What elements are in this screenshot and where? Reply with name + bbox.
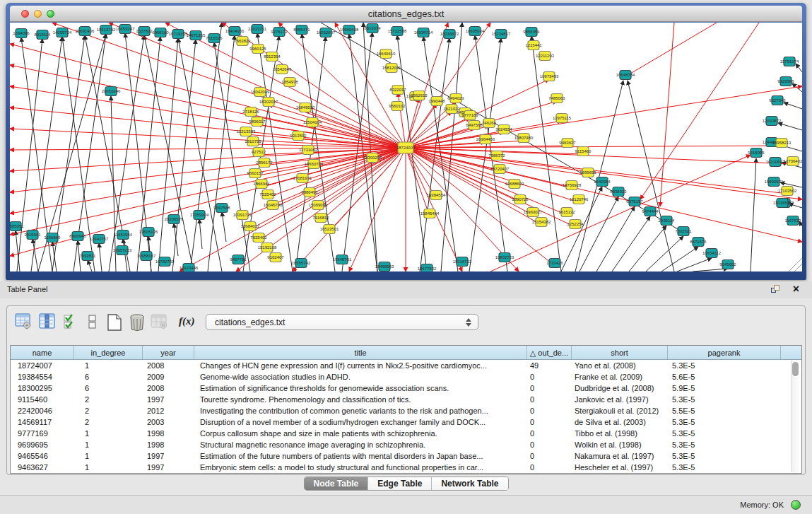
graph-node[interactable]: 1527602 <box>136 27 153 36</box>
graph-node[interactable]: 1866944 <box>253 180 270 189</box>
table-cell[interactable]: 5.5E-5 <box>668 405 781 416</box>
table-cell[interactable]: Estimation of the future numbers of pati… <box>194 450 527 462</box>
graph-node[interactable]: 10973493 <box>540 72 559 81</box>
graph-node[interactable]: 10905034 <box>466 27 485 36</box>
graph-node[interactable]: 8813074 <box>364 24 381 33</box>
graph-edge[interactable] <box>623 23 717 78</box>
graph-node[interactable]: 16963027 <box>524 208 543 217</box>
table-cell[interactable]: 9699695 <box>11 439 74 450</box>
graph-node[interactable]: 1640954 <box>594 177 611 187</box>
graph-node[interactable]: 9886493 <box>301 188 318 197</box>
float-panel-icon[interactable] <box>771 285 781 294</box>
table-row[interactable]: 1872400712008Changes of HCN gene express… <box>11 360 801 371</box>
table-cell[interactable]: Structural magnetic resonance image aver… <box>194 439 527 450</box>
graph-edge[interactable] <box>10 148 406 171</box>
column-header-in_degree[interactable]: in_degree <box>74 346 143 359</box>
graph-edge[interactable] <box>111 96 116 271</box>
table-selector-dropdown[interactable]: citations_edges.txt <box>206 314 478 330</box>
graph-node[interactable]: 15316722 <box>453 257 472 267</box>
graph-node[interactable]: 15845444 <box>420 209 440 218</box>
table-cell[interactable]: Genome-wide association studies in ADHD. <box>194 371 527 382</box>
graph-node[interactable]: 9215955 <box>748 148 765 158</box>
table-cell[interactable]: 5.3E-5 <box>668 439 781 450</box>
table-cell[interactable]: 19384554 <box>11 371 74 382</box>
graph-node[interactable]: 20206576 <box>165 215 184 224</box>
table-row[interactable]: 946362711997Embryonic stem cells: a mode… <box>11 462 801 473</box>
table-cell[interactable]: Stergiakouli et al. (2012) <box>572 405 668 416</box>
graph-node[interactable]: 7692811 <box>80 252 97 261</box>
table-row[interactable]: 1938455462009Genome-wide association stu… <box>11 371 801 382</box>
table-checklist-icon[interactable] <box>63 313 78 330</box>
graph-edge[interactable] <box>208 35 235 271</box>
graph-node[interactable]: 16120746 <box>570 195 589 204</box>
graph-node[interactable]: 11451944 <box>114 230 133 240</box>
tab-node-table[interactable]: Node Table <box>304 477 368 490</box>
table-cell[interactable]: 1 <box>74 462 143 473</box>
graph-edge[interactable] <box>778 123 802 130</box>
graph-node[interactable]: 14055724 <box>53 28 72 37</box>
network-canvas[interactable]: 1694096891911414055724206914061831379210… <box>10 23 802 271</box>
graph-node[interactable]: 1654978 <box>281 78 298 87</box>
graph-node[interactable]: 12504104 <box>303 118 322 127</box>
table-cell[interactable]: 1997 <box>143 394 194 405</box>
table-cell[interactable]: 5.3E-5 <box>668 450 781 462</box>
table-cell[interactable]: 5.9E-5 <box>668 382 781 394</box>
graph-edge[interactable] <box>612 216 650 271</box>
graph-edge[interactable] <box>751 158 756 271</box>
table-cell[interactable]: 0 <box>527 416 572 428</box>
graph-node[interactable]: 9474444 <box>642 207 659 216</box>
graph-node[interactable]: 10688609 <box>505 180 524 189</box>
table-cell[interactable]: 0 <box>527 394 572 405</box>
graph-edge[interactable] <box>310 148 406 195</box>
graph-node[interactable]: 16542649 <box>273 65 292 74</box>
table-cell[interactable]: Corpus callosum shape and size in male p… <box>194 428 527 439</box>
column-header-pagerank[interactable]: pagerank <box>668 346 781 359</box>
table-cell[interactable]: 0 <box>527 405 572 416</box>
table-cell[interactable]: 5.3E-5 <box>668 394 781 405</box>
column-header-out_de[interactable]: △ out_de... <box>527 346 572 359</box>
graph-node[interactable]: 13505135 <box>139 228 158 237</box>
table-cell[interactable]: 18724007 <box>11 360 74 371</box>
table-cell[interactable]: 1997 <box>143 462 194 473</box>
column-header-name[interactable]: name <box>11 346 74 359</box>
trash-icon[interactable] <box>129 313 147 332</box>
graph-node[interactable]: 15812041 <box>382 64 401 73</box>
graph-node[interactable]: 8912354 <box>264 52 281 62</box>
graph-node[interactable]: 9560102 <box>389 102 406 111</box>
graph-node[interactable]: 22023711 <box>248 25 267 34</box>
graph-node[interactable]: 1615132 <box>558 208 575 217</box>
graph-edge[interactable] <box>406 148 802 199</box>
graph-node[interactable]: 9245652 <box>719 260 736 269</box>
graph-node[interactable]: 1733426 <box>546 259 563 268</box>
table-cell[interactable]: 2 <box>74 416 143 428</box>
table-cell[interactable]: 6 <box>74 382 143 394</box>
table-cell[interactable]: 2009 <box>143 371 194 382</box>
table-cell[interactable]: 5.3E-5 <box>668 416 781 428</box>
column-header-year[interactable]: year <box>143 346 194 359</box>
graph-node[interactable]: 12706432 <box>784 157 802 166</box>
table-cell[interactable]: Wolkin et al. (1998) <box>572 439 668 450</box>
graph-node[interactable]: 16782759 <box>155 257 175 267</box>
graph-edge[interactable] <box>796 64 802 72</box>
graph-node[interactable]: 16936714 <box>414 28 433 37</box>
table-cell[interactable]: 2 <box>74 394 143 405</box>
graph-node[interactable]: 8919114 <box>35 30 52 40</box>
graph-node[interactable]: 12975115 <box>553 114 572 123</box>
table-row[interactable]: 2242004622012Investigating the contribut… <box>11 405 801 416</box>
graph-edge[interactable] <box>693 269 728 271</box>
table-cell[interactable]: 0 <box>527 428 572 439</box>
graph-edge[interactable] <box>629 226 666 271</box>
graph-node[interactable]: 8322017 <box>389 86 406 95</box>
column-header-short[interactable]: short <box>572 346 668 359</box>
graph-node[interactable]: 16640410 <box>377 49 396 59</box>
table-scrollbar[interactable] <box>791 361 799 472</box>
graph-node[interactable]: 10958167 <box>137 252 156 261</box>
graph-edge[interactable] <box>677 258 712 271</box>
graph-node[interactable]: 7485063 <box>548 94 565 103</box>
table-cell[interactable]: Nakamura et al. (1997) <box>572 450 668 462</box>
graph-node[interactable]: 6966160 <box>152 28 169 37</box>
table-cell[interactable]: 1 <box>74 428 143 439</box>
network-graph[interactable]: 1694096891911414055724206914061831379210… <box>10 23 802 271</box>
network-view-window[interactable]: citations_edges.txt 16940968919114140557… <box>6 3 806 280</box>
graph-node[interactable]: 9777169 <box>461 111 478 120</box>
